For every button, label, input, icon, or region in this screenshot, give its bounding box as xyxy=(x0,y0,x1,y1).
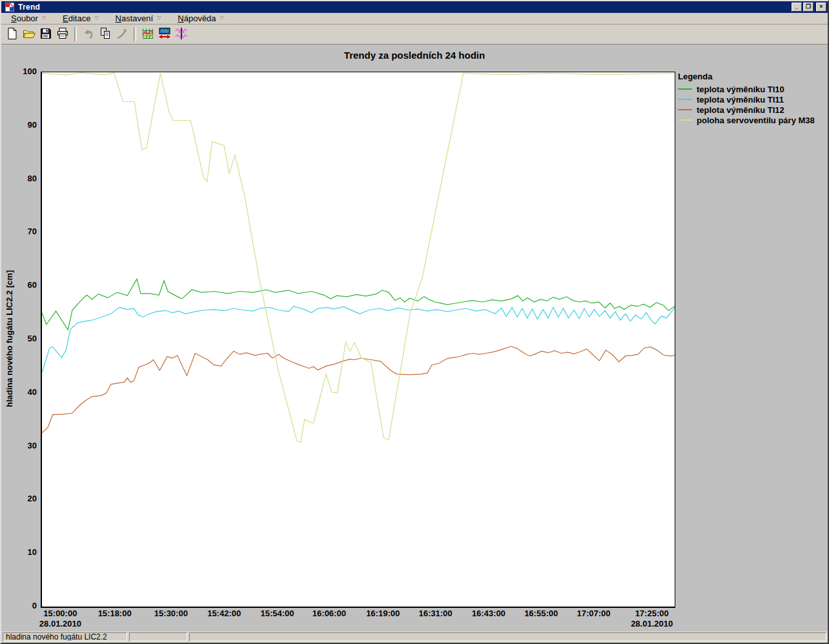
window-title: Trend xyxy=(18,3,40,12)
x-tick-label: 17:07:00 xyxy=(562,609,626,618)
legend-swatch-line-icon xyxy=(678,109,692,110)
new-file-icon xyxy=(6,27,19,42)
status-bar: hladina nového fugátu LIC2.2 xyxy=(1,631,828,643)
legend-swatch-line-icon xyxy=(678,119,692,121)
time-axis-icon xyxy=(158,27,171,42)
legend-swatch-line-icon xyxy=(678,99,692,100)
x-tick-label: 17:25:00 xyxy=(620,609,684,618)
legend-title: Legenda xyxy=(678,72,815,81)
time-axis-button[interactable] xyxy=(156,26,173,43)
open-folder-icon xyxy=(23,27,36,42)
y-tick-label: 60 xyxy=(6,280,37,290)
x-tick-date: 28.01.2010 xyxy=(28,619,92,629)
legend-item: teplota výměníku TI11 xyxy=(678,94,815,105)
x-tick-date: 28.01.2010 xyxy=(620,619,684,629)
copy-button[interactable] xyxy=(97,26,114,43)
undo-button[interactable] xyxy=(80,26,97,43)
series-line xyxy=(42,307,675,373)
chart-area: Trendy za posledních 24 hodin hladina no… xyxy=(1,44,828,631)
menu-nastaveni[interactable]: Nastavení▽ xyxy=(116,14,161,23)
menu-napoveda[interactable]: Nápověda▽ xyxy=(178,14,223,23)
status-panel-3 xyxy=(189,632,826,641)
menu-dropdown-triangle-icon: ▽ xyxy=(157,15,161,21)
status-panel-selection: hladina nového fugátu LIC2.2 xyxy=(3,632,127,641)
y-tick-label: 80 xyxy=(6,174,37,183)
y-tick-label: 50 xyxy=(6,334,37,343)
chart-title: Trendy za posledních 24 hodin xyxy=(1,50,828,61)
x-tick-label: 15:18:00 xyxy=(83,609,147,618)
legend-label: teplota výměníku TI11 xyxy=(697,95,784,105)
y-tick-label: 20 xyxy=(6,494,37,503)
wand-button[interactable] xyxy=(114,26,130,43)
series-line xyxy=(42,347,675,433)
legend-item: teplota výměníku TI10 xyxy=(678,84,815,94)
y-tick-label: 90 xyxy=(6,120,37,130)
grid-chart-button[interactable] xyxy=(139,26,156,43)
legend: Legenda teplota výměníku TI10teplota vým… xyxy=(678,72,815,125)
app-window: Trend _ ❐ × Soubor▽Editace▽Nastavení▽Náp… xyxy=(0,0,829,644)
trend-plot[interactable] xyxy=(41,72,675,608)
series-line xyxy=(42,73,675,442)
y-tick-label: 10 xyxy=(6,547,37,557)
save-icon xyxy=(39,27,52,42)
menu-dropdown-triangle-icon: ▽ xyxy=(94,15,98,21)
legend-item: teplota výměníku TI12 xyxy=(678,105,815,115)
menu-editace[interactable]: Editace▽ xyxy=(63,14,99,23)
y-tick-label: 100 xyxy=(6,66,37,76)
toolbar-separator xyxy=(134,27,136,41)
open-folder-button[interactable] xyxy=(21,26,37,43)
new-file-button[interactable] xyxy=(4,26,21,43)
title-bar: Trend _ ❐ × xyxy=(1,1,828,13)
trend-lines xyxy=(42,72,675,607)
y-tick-label: 30 xyxy=(6,441,37,450)
copy-icon xyxy=(99,27,112,42)
minimize-button[interactable]: _ xyxy=(792,3,802,12)
wand-icon xyxy=(116,27,128,42)
status-panel-2 xyxy=(129,632,187,641)
restore-button[interactable]: ❐ xyxy=(803,3,814,12)
close-button[interactable]: × xyxy=(816,3,826,12)
print-icon xyxy=(56,27,69,42)
toolbar xyxy=(1,25,828,44)
print-button[interactable] xyxy=(54,26,71,43)
undo-icon xyxy=(82,27,95,42)
y-tick-label: 40 xyxy=(6,387,37,397)
menu-bar: Soubor▽Editace▽Nastavení▽Nápověda▽ xyxy=(1,13,828,25)
menu-dropdown-triangle-icon: ▽ xyxy=(42,15,46,21)
menu-soubor[interactable]: Soubor▽ xyxy=(11,14,46,23)
series-line xyxy=(42,279,675,330)
legend-label: teplota výměníku TI12 xyxy=(697,105,784,115)
legend-label: teplota výměníku TI10 xyxy=(697,85,784,94)
toolbar-separator xyxy=(74,27,77,41)
grid-chart-icon xyxy=(141,27,154,42)
app-icon xyxy=(5,3,14,12)
legend-label: poloha servoventilu páry M38 xyxy=(697,116,815,125)
y-tick-label: 70 xyxy=(6,226,37,236)
value-cursor-button[interactable] xyxy=(173,26,190,43)
legend-item: poloha servoventilu páry M38 xyxy=(678,115,815,125)
legend-swatch-line-icon xyxy=(678,88,692,90)
save-button[interactable] xyxy=(37,26,54,43)
menu-dropdown-triangle-icon: ▽ xyxy=(220,15,224,21)
legend-items: teplota výměníku TI10teplota výměníku TI… xyxy=(678,84,815,125)
value-cursor-icon xyxy=(175,27,188,42)
